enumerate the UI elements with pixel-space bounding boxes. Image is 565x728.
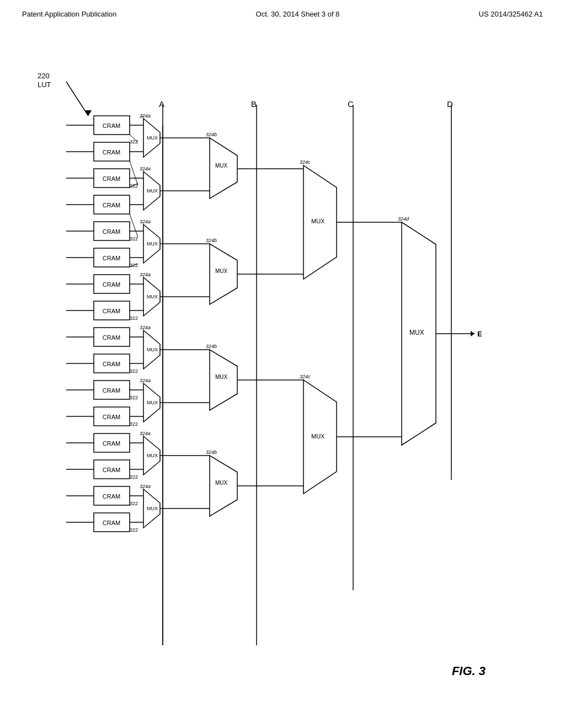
svg-text:324a: 324a [140,431,151,436]
svg-text:CRAM: CRAM [103,308,120,314]
svg-text:324a: 324a [140,378,151,383]
svg-text:324b: 324b [206,344,217,349]
svg-text:324a: 324a [140,166,151,172]
svg-text:CRAM: CRAM [103,414,120,420]
svg-text:MUX: MUX [147,506,158,511]
svg-text:324c: 324c [300,159,311,165]
svg-text:322: 322 [130,501,138,506]
svg-text:MUX: MUX [215,480,228,486]
svg-marker-1 [85,110,92,116]
header-right: US 2014/325462 A1 [479,10,543,18]
svg-text:CRAM: CRAM [103,122,120,129]
svg-line-147 [130,214,138,237]
svg-text:E: E [477,330,482,338]
svg-text:324a: 324a [140,113,151,119]
svg-text:MUX: MUX [215,268,228,274]
diagram-container: 220 LUT A B C D FIG. 3 CRAM CRAM CRAM CR… [33,61,530,695]
svg-text:CRAM: CRAM [103,334,120,341]
svg-text:322: 322 [130,139,138,144]
svg-text:CRAM: CRAM [103,281,120,288]
svg-text:MUX: MUX [147,453,158,458]
svg-text:MUX: MUX [409,329,424,336]
header-left: Patent Application Publication [22,10,116,18]
svg-text:CRAM: CRAM [103,520,120,526]
svg-text:324d: 324d [398,216,409,222]
svg-text:322: 322 [130,315,138,321]
svg-text:324a: 324a [140,219,151,224]
svg-text:CRAM: CRAM [103,440,120,447]
svg-text:CRAM: CRAM [103,361,120,367]
svg-text:MUX: MUX [147,400,158,405]
svg-line-0 [66,82,88,116]
svg-text:CRAM: CRAM [103,149,120,156]
svg-text:CRAM: CRAM [103,228,120,235]
svg-text:MUX: MUX [311,433,325,440]
svg-text:324a: 324a [140,484,151,489]
svg-text:CRAM: CRAM [103,255,120,261]
svg-text:322: 322 [130,368,138,374]
svg-text:MUX: MUX [147,294,158,299]
svg-text:MUX: MUX [147,188,158,194]
svg-text:324b: 324b [206,449,217,455]
svg-text:322: 322 [130,236,138,242]
svg-text:324a: 324a [140,325,151,330]
svg-text:MUX: MUX [147,135,158,141]
svg-text:324a: 324a [140,272,151,277]
svg-text:CRAM: CRAM [103,467,120,473]
svg-text:MUX: MUX [311,218,325,224]
svg-marker-114 [210,456,237,516]
svg-text:324b: 324b [206,132,217,137]
svg-text:324b: 324b [206,238,217,243]
svg-text:MUX: MUX [147,347,158,352]
svg-marker-143 [471,331,475,336]
svg-text:322: 322 [130,395,138,400]
svg-text:MUX: MUX [215,163,228,169]
svg-text:322: 322 [130,527,138,533]
svg-text:MUX: MUX [215,374,228,380]
svg-marker-108 [210,244,237,304]
header-center: Oct. 30, 2014 Sheet 3 of 8 [256,10,340,18]
svg-marker-111 [210,350,237,410]
svg-text:CRAM: CRAM [103,175,120,182]
svg-line-145 [130,161,138,185]
svg-text:322: 322 [130,474,138,480]
svg-text:322: 322 [130,421,138,427]
svg-text:324c: 324c [300,374,311,379]
svg-text:CRAM: CRAM [103,493,120,500]
diagram-svg: CRAM CRAM CRAM CRAM CRAM CRAM CRAM CRAM … [33,61,530,695]
svg-text:CRAM: CRAM [103,387,120,394]
page-header: Patent Application Publication Oct. 30, … [0,0,565,18]
svg-text:MUX: MUX [147,241,158,247]
svg-text:CRAM: CRAM [103,202,120,208]
